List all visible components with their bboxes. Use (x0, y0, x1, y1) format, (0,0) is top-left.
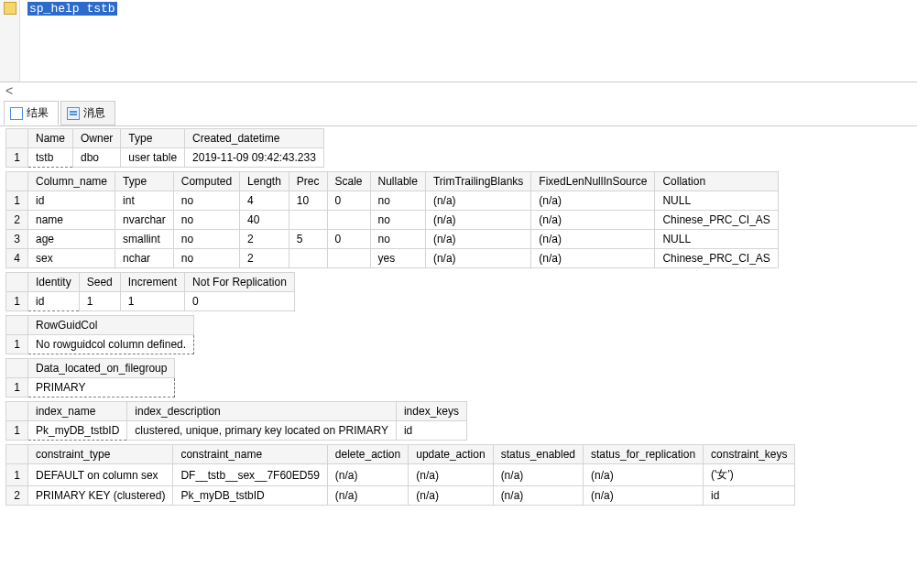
cell[interactable]: nchar (115, 249, 174, 268)
cell[interactable]: (n/a) (409, 464, 493, 486)
result-grid-4[interactable]: RowGuidCol 1 No rowguidcol column define… (5, 315, 917, 354)
cell[interactable]: Pk_myDB_tstbID (173, 486, 327, 506)
cell[interactable]: No rowguidcol column defined. (28, 335, 194, 354)
col-header[interactable]: Collation (655, 172, 778, 191)
col-header[interactable]: update_action (409, 445, 493, 464)
row-header-corner[interactable] (6, 129, 28, 148)
cell[interactable]: id (704, 486, 795, 506)
col-header[interactable]: Type (115, 172, 174, 191)
cell[interactable]: (n/a) (584, 464, 704, 486)
cell[interactable]: 10 (289, 191, 327, 211)
col-header[interactable]: status_enabled (493, 445, 583, 464)
cell[interactable]: (n/a) (531, 230, 655, 249)
col-header[interactable]: Length (240, 172, 289, 191)
cell[interactable]: clustered, unique, primary key located o… (127, 421, 397, 441)
col-header[interactable]: Column_name (28, 172, 115, 191)
col-header[interactable]: Not For Replication (185, 273, 295, 292)
cell[interactable]: no (173, 249, 239, 268)
cell[interactable]: no (370, 191, 425, 211)
cell[interactable]: (n/a) (425, 211, 530, 230)
result-grid-7[interactable]: constraint_type constraint_name delete_a… (5, 444, 917, 506)
cell[interactable]: 40 (240, 211, 289, 230)
col-header[interactable]: delete_action (327, 445, 408, 464)
result-grid-6[interactable]: index_name index_description index_keys … (5, 401, 917, 441)
row-header-corner[interactable] (6, 273, 28, 292)
cell[interactable]: age (28, 230, 115, 249)
cell[interactable]: (n/a) (493, 464, 583, 486)
col-header[interactable]: Scale (327, 172, 370, 191)
row-number[interactable]: 1 (6, 292, 28, 311)
cell[interactable]: 5 (289, 230, 327, 249)
cell[interactable]: dbo (73, 148, 121, 168)
cell[interactable]: 2 (240, 230, 289, 249)
tab-messages[interactable]: 消息 (60, 101, 115, 125)
cell[interactable]: 0 (327, 230, 370, 249)
cell[interactable]: sex (28, 249, 115, 268)
cell[interactable]: (n/a) (531, 249, 655, 268)
col-header[interactable]: Owner (73, 129, 121, 148)
col-header[interactable]: Increment (120, 273, 184, 292)
cell[interactable]: no (370, 211, 425, 230)
cell[interactable]: (n/a) (425, 191, 530, 211)
col-header[interactable]: index_name (28, 402, 127, 421)
row-header-corner[interactable] (6, 172, 28, 191)
cell[interactable]: smallint (115, 230, 174, 249)
cell[interactable]: 1 (120, 292, 184, 311)
row-number[interactable]: 3 (6, 230, 28, 249)
cell[interactable]: Pk_myDB_tstbID (28, 421, 127, 441)
cell[interactable]: no (173, 230, 239, 249)
row-number[interactable]: 1 (6, 421, 28, 441)
row-number[interactable]: 2 (6, 486, 28, 506)
col-header[interactable]: Type (121, 129, 185, 148)
cell[interactable]: tstb (28, 148, 73, 168)
col-header[interactable]: TrimTrailingBlanks (425, 172, 530, 191)
col-header[interactable]: constraint_name (173, 445, 327, 464)
cell[interactable]: DEFAULT on column sex (28, 464, 173, 486)
row-number[interactable]: 2 (6, 211, 28, 230)
cell[interactable]: 0 (185, 292, 295, 311)
cell[interactable] (327, 249, 370, 268)
cell[interactable]: id (28, 292, 80, 311)
cell[interactable]: yes (370, 249, 425, 268)
cell[interactable]: (n/a) (327, 464, 408, 486)
cell[interactable]: 4 (240, 191, 289, 211)
cell[interactable]: (n/a) (409, 486, 493, 506)
col-header[interactable]: Nullable (370, 172, 425, 191)
col-header[interactable]: Name (28, 129, 73, 148)
cell[interactable]: no (173, 191, 239, 211)
cell[interactable]: 1 (79, 292, 120, 311)
cell[interactable]: (n/a) (584, 486, 704, 506)
col-header[interactable]: Created_datetime (185, 129, 324, 148)
result-grid-1[interactable]: Name Owner Type Created_datetime 1 tstb … (5, 128, 917, 168)
col-header[interactable]: status_for_replication (584, 445, 704, 464)
cell[interactable]: 2 (240, 249, 289, 268)
cell[interactable]: no (173, 211, 239, 230)
cell[interactable]: (n/a) (425, 249, 530, 268)
cell[interactable]: id (28, 191, 115, 211)
row-header-corner[interactable] (6, 445, 28, 464)
col-header[interactable]: Seed (79, 273, 120, 292)
cell[interactable]: 0 (327, 191, 370, 211)
cell[interactable] (289, 249, 327, 268)
row-number[interactable]: 4 (6, 249, 28, 268)
result-grid-5[interactable]: Data_located_on_filegroup 1 PRIMARY (5, 358, 917, 397)
col-header[interactable]: RowGuidCol (28, 316, 194, 335)
col-header[interactable]: constraint_type (28, 445, 173, 464)
cell[interactable]: (n/a) (327, 486, 408, 506)
sql-editor[interactable]: sp_help tstb (0, 0, 917, 82)
row-number[interactable]: 1 (6, 378, 28, 397)
cell[interactable]: 2019-11-09 09:42:43.233 (185, 148, 324, 168)
col-header[interactable]: index_keys (396, 402, 466, 421)
cell[interactable] (289, 211, 327, 230)
cell[interactable]: user table (121, 148, 185, 168)
cell[interactable]: name (28, 211, 115, 230)
cell[interactable]: (n/a) (493, 486, 583, 506)
row-number[interactable]: 1 (6, 191, 28, 211)
cell[interactable]: int (115, 191, 174, 211)
cell[interactable]: DF__tstb__sex__7F60ED59 (173, 464, 327, 486)
result-grid-2[interactable]: Column_name Type Computed Length Prec Sc… (5, 171, 917, 268)
col-header[interactable]: constraint_keys (704, 445, 795, 464)
col-header[interactable]: Data_located_on_filegroup (28, 359, 175, 378)
col-header[interactable]: Identity (28, 273, 80, 292)
cell[interactable]: NULL (655, 230, 778, 249)
